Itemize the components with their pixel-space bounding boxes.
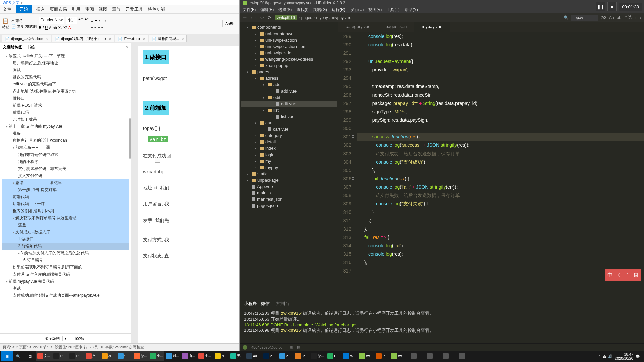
outline-item[interactable]: 还差 [2,222,129,229]
paste-label[interactable]: 粘贴 [2,25,9,30]
taskbar-app[interactable]: C... [325,351,341,361]
tree-file[interactable]: cart.vue [241,126,337,132]
tree-folder[interactable]: ▾adress [241,75,337,81]
editor-tab[interactable]: pages.json [378,22,414,32]
tree-file[interactable]: App.vue [241,183,337,190]
outline-item[interactable]: 2.前端加代码 [2,243,129,250]
star-icon[interactable]: ☆ [260,15,264,20]
taskbar-app[interactable] [422,351,438,361]
search-input[interactable] [571,15,598,21]
tree-folder[interactable]: ▸uni-swipe-action [241,37,337,43]
outline-item[interactable]: 如果前端获取不到订单编号,则用下面的 [2,264,129,271]
ime-indicator[interactable]: 中☾'囧 [605,269,641,281]
tree-folder[interactable]: ▾edit [241,94,337,101]
user-avatar-icon[interactable] [243,345,247,350]
list-bullet-icon[interactable]: ≡ [91,19,93,23]
taskbar-app[interactable]: 2... [277,351,293,361]
refresh-icon[interactable]: ⟳ [268,15,272,20]
taskbar-app[interactable]: zw... [390,351,406,361]
hb-menu-item[interactable]: 编辑(E) [260,7,274,13]
taskbar-app[interactable] [438,351,454,361]
cut-button[interactable]: ✂ 剪切 [11,18,37,23]
wps-menu-item[interactable]: 特色功能 [148,6,165,12]
hb-menu-item[interactable]: 查找(I) [297,7,308,13]
outline-item[interactable]: 总结--------------------看这里 [2,179,129,186]
hb-menu-item[interactable]: 帮助(Y) [405,7,418,13]
paragraph-handle-icon[interactable] [155,158,160,163]
taskbar-app[interactable]: W... [341,351,358,361]
hb-menu-item[interactable]: 运行(R) [332,7,345,13]
taskbar-app[interactable]: N... [213,351,229,361]
outline-item[interactable]: 测试 [2,67,129,74]
taskbar-app[interactable]: R... [374,351,390,361]
console-tab-terminal[interactable]: 控制台 [276,301,289,307]
tray-up-icon[interactable]: ˄ [598,354,600,359]
wps-menu-item[interactable]: 文件 [3,6,11,12]
tree-file[interactable]: manifest.json [241,196,337,202]
tree-folder[interactable]: ▸detail [241,139,337,145]
outline-item[interactable]: 前端 mypay.vue 完美代码 [2,278,129,285]
copy-button[interactable]: 📄 复制 格式刷 [11,24,37,29]
outline-item[interactable]: 准备 [2,130,129,137]
taskbar-app[interactable]: C:... [293,351,309,361]
outline-item[interactable]: 前端代码 [2,193,129,200]
taskbar-app[interactable]: 中... [197,351,213,361]
tree-file[interactable]: list.vue [241,113,337,120]
wps-menu-item[interactable]: 插入 [36,6,45,12]
tree-file[interactable]: main.js [241,190,337,196]
font-name-select[interactable]: Courier New [39,17,64,24]
volume-icon[interactable]: 🔊 [608,354,613,359]
record-stop-button[interactable]: ■ [607,2,617,11]
outline-item[interactable]: 点击地址 选择,并跳转,并使用该 地址 [2,88,129,95]
outline-item[interactable]: 支付成功--数据入库 [2,229,129,236]
outline-item[interactable]: 前端 POST 请求 [2,102,129,109]
outline-item[interactable]: 框内的别看,暂时用不到 [2,207,129,215]
taskbar-app[interactable] [454,351,470,361]
hb-menu-item[interactable]: 视图(V) [368,7,382,13]
outline-item[interactable]: 响应式 switch 开关-----下一节课 [2,53,129,60]
tree-folder[interactable]: ▸uni-swiper-dot [241,50,337,56]
tree-folder[interactable]: ▾add [241,81,337,88]
record-pause-button[interactable]: ❚❚ [596,2,605,11]
taskbar-app[interactable]: C:... [52,351,68,361]
project-tree[interactable]: ▾components▸uni-countdown▸uni-swipe-acti… [240,22,338,299]
font-size-select[interactable]: 小五 [66,17,77,24]
outline-item[interactable]: 我们来前端代码中取它 [2,151,129,158]
taskbar-app[interactable]: zw... [358,351,374,361]
close-icon[interactable]: × [109,37,111,41]
wps-menu-item[interactable]: 开始 [16,5,32,13]
terminal-icon[interactable]: ▤ [297,345,300,349]
tree-folder[interactable]: ▸my [241,158,337,164]
tree-folder[interactable]: ▸static [241,171,337,177]
taskbar-app[interactable]: Ad... [245,351,261,361]
doc-tab[interactable]: 📄馨雅阁商城...× [149,35,187,42]
outline-tab-structure[interactable]: 文档结构图 [3,44,23,50]
taskbar-app[interactable]: 有... [180,351,197,361]
task-view-button[interactable]: ⊡ [24,351,36,361]
outline-item[interactable]: 前端准备-----下一课 [2,144,129,151]
wps-menu-item[interactable]: 章节 [112,6,121,12]
doc-tab[interactable]: 📄django我学习...用这个.docx× [52,35,114,42]
hb-menu-item[interactable]: 工具(T) [386,7,399,13]
doc-tab[interactable]: 📄django_...命令.docx× [2,35,51,42]
outline-item[interactable]: 我的小程序 [2,158,129,165]
taskbar-app[interactable]: 小... [148,351,164,361]
editor-tab[interactable]: category.vue [338,22,378,32]
outline-item[interactable]: 接入支付代码 [2,172,129,179]
tree-folder[interactable]: ▾list [241,107,337,113]
grid-icon[interactable]: ▦ [289,345,293,349]
outline-item[interactable]: 3.前端加支付入库的代码之后的总代码 [2,250,129,257]
outline-item[interactable]: 第十一章,支付功能 mypay.vue [2,123,129,130]
tree-folder[interactable]: ▸index [241,145,337,152]
system-tray[interactable]: ˄ 🖧 🔊 18:472020/10/20 💬 [598,352,643,360]
outline-item[interactable]: 后端代码 [2,109,129,116]
outline-item[interactable]: edit.vue 的完整代码如下 [2,81,129,88]
start-button[interactable]: ⊞ [1,351,13,361]
wps-menu-item[interactable]: 引用 [72,6,80,12]
outline-item[interactable]: 1.做接口 [2,236,129,243]
font-grow-icon[interactable]: A⁺ [78,17,83,24]
outline-tab-bookmark[interactable]: 书签 [27,44,35,50]
tree-folder[interactable]: ▸uni-countdown [241,31,337,37]
hb-menu-item[interactable]: 文件(F) [243,7,256,13]
taskbar-app[interactable]: 2... [261,351,277,361]
